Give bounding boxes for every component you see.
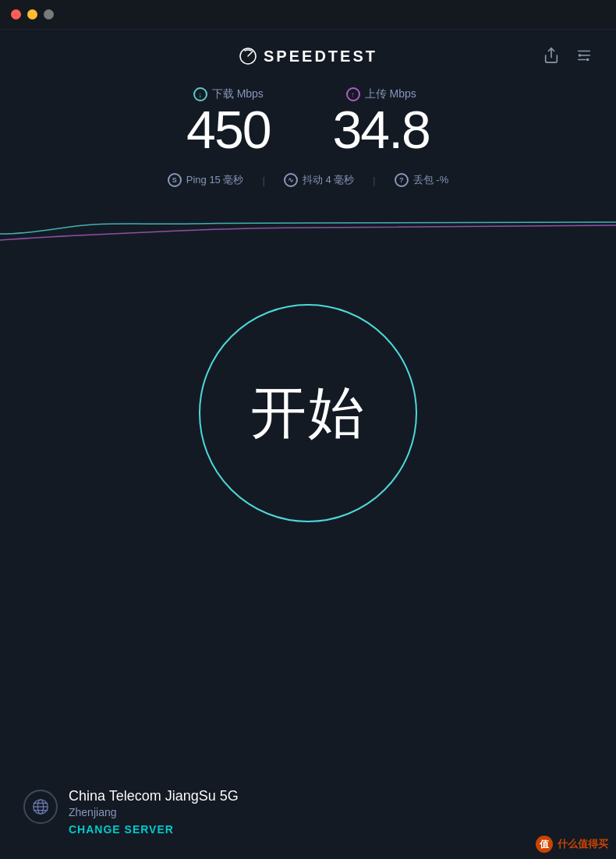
stats-area: ↓ 下载 Mbps 450 ↑ 上传 Mbps 34.8: [0, 80, 616, 162]
app-container: SPEEDTEST: [0, 30, 616, 859]
go-button[interactable]: 开始: [199, 304, 417, 522]
top-bar: SPEEDTEST: [0, 30, 616, 80]
logo-text: SPEEDTEST: [264, 48, 377, 65]
ping-row: S Ping 15 毫秒 | ∿ 抖动 4 毫秒 | ? 丢包 -%: [0, 162, 616, 195]
upload-stat: ↑ 上传 Mbps 34.8: [333, 87, 430, 156]
settings-button[interactable]: [575, 47, 593, 64]
wave-area: [0, 195, 616, 257]
ping-item: S Ping 15 毫秒: [168, 173, 244, 187]
packet-loss-item: ? 丢包 -%: [395, 173, 449, 187]
logo-area: SPEEDTEST: [239, 47, 377, 65]
watermark-text: 什么值得买: [558, 837, 608, 851]
server-info: China Telecom JiangSu 5G Zhenjiang CHANG…: [23, 788, 239, 836]
divider2: |: [373, 175, 375, 186]
minimize-button[interactable]: [27, 9, 37, 19]
ping-icon: S: [168, 173, 182, 187]
center-section: 开始: [0, 257, 616, 577]
server-details: China Telecom JiangSu 5G Zhenjiang CHANG…: [69, 788, 239, 836]
packet-loss-icon: ?: [395, 173, 409, 187]
divider1: |: [262, 175, 264, 186]
share-button[interactable]: [543, 47, 560, 64]
wave-graph: [0, 195, 616, 257]
download-value: 450: [186, 103, 270, 156]
watermark: 值 什么值得买: [536, 836, 608, 853]
jitter-item: ∿ 抖动 4 毫秒: [284, 173, 354, 187]
jitter-label: 抖动 4 毫秒: [303, 173, 354, 187]
watermark-icon: 值: [536, 836, 553, 853]
ping-label: Ping 15 毫秒: [186, 173, 244, 187]
traffic-lights: [11, 9, 54, 19]
top-controls: [543, 47, 593, 64]
change-server-button[interactable]: CHANGE SERVER: [69, 823, 239, 836]
download-stat: ↓ 下载 Mbps 450: [186, 87, 270, 156]
close-button[interactable]: [11, 9, 21, 19]
globe-icon: [23, 790, 58, 824]
svg-point-5: [579, 54, 582, 57]
server-name: China Telecom JiangSu 5G: [69, 788, 239, 804]
speedtest-logo-icon: [239, 47, 257, 65]
server-location: Zhenjiang: [69, 806, 239, 818]
packet-loss-label: 丢包 -%: [413, 173, 449, 187]
go-button-label: 开始: [250, 376, 366, 451]
title-bar: [0, 0, 616, 30]
maximize-button[interactable]: [44, 9, 54, 19]
upload-value: 34.8: [333, 103, 430, 156]
svg-point-6: [586, 58, 589, 62]
jitter-icon: ∿: [284, 173, 298, 187]
